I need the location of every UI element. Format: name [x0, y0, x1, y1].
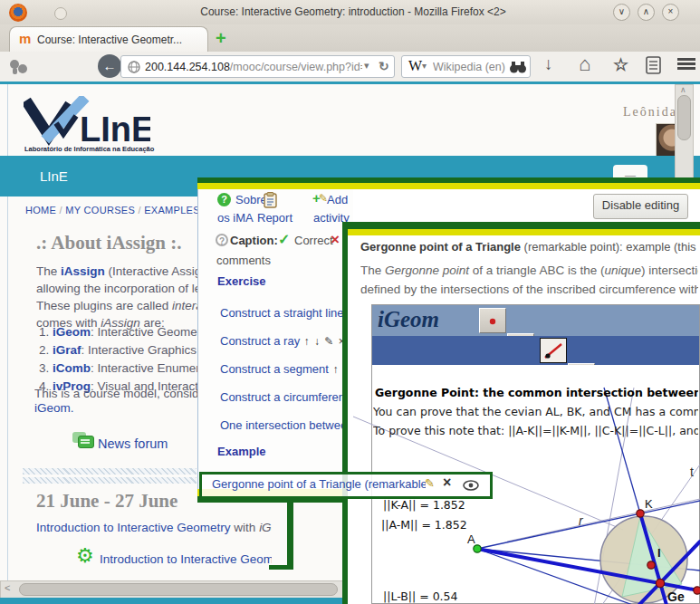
scrollbar-thumb[interactable] — [677, 95, 691, 140]
applet-toolbar-row2 — [372, 336, 699, 365]
close-icon: × — [668, 6, 674, 16]
label-A: A — [467, 532, 475, 546]
measurement-LB: ||L-B|| = 0.54 — [383, 590, 457, 603]
search-bar[interactable]: W ▾ Wikipedia (en) — [401, 55, 531, 78]
breadcrumb-home[interactable]: HOME — [25, 205, 56, 216]
gergonne-example-row[interactable]: Gergonne point of a Triangle (remarkable… — [199, 472, 493, 499]
search-engine-dropdown-icon[interactable]: ▾ — [422, 61, 427, 71]
menu-hamburger-icon[interactable] — [677, 56, 695, 72]
wrong-cross-icon: × — [331, 231, 340, 249]
logo-tagline: Laboratório de Informática na Educação — [24, 145, 178, 153]
horizontal-scrollbar[interactable]: < — [0, 580, 346, 599]
breadcrumb: HOME / MY COURSES / EXAMPLES / GI_ — [25, 205, 197, 216]
window-menu-icon[interactable] — [54, 7, 67, 20]
url-dropdown-icon[interactable]: ▾ — [364, 60, 369, 72]
bookmarks-sidebar-icon[interactable] — [646, 56, 661, 74]
list-item: 3. iComb: Interactive Enumerative — [39, 360, 220, 378]
tab-groups-icon[interactable] — [7, 57, 31, 77]
panel-top-border — [342, 222, 700, 229]
vertical-scrollbar[interactable]: ∧ — [675, 84, 694, 179]
home-icon[interactable]: ⌂ — [579, 53, 590, 76]
point-A[interactable] — [474, 545, 481, 552]
bookmark-star-icon[interactable]: ☆ — [613, 54, 628, 75]
url-host: 200.144.254.108 — [145, 61, 230, 73]
search-input[interactable]: Wikipedia (en) — [433, 61, 509, 73]
about-text: These plugins are called — [36, 299, 172, 312]
activity-preview-panel: Gergonne point of a Triangle (remarkable… — [342, 222, 700, 604]
applet-heading: Gergonne Point: the common intersection … — [375, 386, 698, 399]
igeom-link[interactable]: iGeom — [53, 325, 91, 339]
help-icon[interactable]: ? — [217, 193, 231, 206]
activity-title: Gergonne point of a Triangle (remarkable… — [360, 240, 698, 254]
reload-icon[interactable]: ↻ — [379, 59, 389, 73]
scrollbar-thumb[interactable] — [19, 583, 338, 596]
correct-check-icon: ✓ — [278, 231, 290, 248]
week-intro-link[interactable]: Introduction to Interactive Geometry — [36, 521, 231, 534]
breadcrumb-sep: / — [60, 205, 62, 216]
gergonne-example-link[interactable]: Gergonne point of a Triangle (remarkable… — [212, 477, 426, 491]
minimize-button[interactable]: ∨ — [613, 4, 630, 21]
url-bar[interactable]: 200.144.254.108/mooc/course/view.php?id=… — [120, 55, 395, 78]
igeom-logo: iGeom — [378, 307, 439, 332]
minimize-icon: ∨ — [618, 6, 625, 16]
site-identity-globe-icon[interactable] — [128, 61, 140, 73]
disable-editing-button[interactable]: Disable editing — [593, 194, 688, 219]
icomb-link[interactable]: iComb — [53, 361, 91, 375]
new-tab-button[interactable]: + — [216, 28, 226, 49]
add-activity-link[interactable]: Add — [327, 193, 348, 206]
downloads-icon[interactable]: ↓ — [544, 54, 553, 74]
question-glyph: ? — [221, 194, 227, 205]
close-button[interactable]: × — [662, 4, 679, 21]
report-link[interactable]: Report — [257, 211, 292, 225]
line-logo[interactable]: LInE — [24, 96, 150, 149]
igeom-link[interactable]: iGeom. — [34, 401, 216, 415]
tool-ray-selected-button[interactable] — [540, 338, 567, 363]
about-text: allowing the incorporation of learn — [36, 280, 217, 297]
scroll-up-arrow[interactable]: ∧ — [680, 85, 686, 94]
edit-pencil-icon[interactable]: ✎ — [425, 476, 435, 490]
list-item: 2. iGraf: Interactive Graphics and — [39, 341, 220, 360]
delete-cross-icon[interactable]: × — [443, 475, 451, 491]
nav-toolbar: ← 200.144.254.108/mooc/course/view.php?i… — [0, 52, 700, 82]
activity-paragraph-line2: defined by the intersections of the insc… — [360, 283, 698, 296]
maximize-icon: ∧ — [643, 6, 649, 16]
measurement-KA: ||K-A|| = 1.852 — [383, 498, 465, 512]
measurement-AM: ||A-M|| = 1.852 — [381, 518, 467, 532]
navbar-title[interactable]: LInE — [40, 168, 68, 184]
exercise-section-label: Exercise — [217, 274, 266, 288]
about-heading: .: About iAssign :. — [36, 232, 217, 254]
point-K[interactable] — [637, 510, 644, 517]
url-path: /mooc/course/view.php?id=9 — [230, 61, 362, 73]
tool-point-button[interactable] — [479, 308, 506, 333]
list-item: 1. iGeom: Interactive Geometry — [39, 323, 220, 341]
visibility-eye-icon[interactable] — [463, 480, 479, 491]
caption-help-icon[interactable]: ? — [216, 234, 228, 246]
report-icon[interactable] — [263, 192, 278, 208]
breadcrumb-examples[interactable]: EXAMPLES — [144, 205, 197, 216]
question-glyph: ? — [219, 236, 225, 246]
igeom-activity-gear-icon: ⚙ — [76, 544, 94, 568]
annotation-connector-vertical — [287, 501, 293, 570]
label-Ge: Ge — [667, 590, 685, 604]
igraf-link[interactable]: iGraf — [53, 343, 82, 357]
window-title: Course: Interactive Geometry: introducti… — [163, 5, 543, 18]
maximize-button[interactable]: ∧ — [638, 4, 655, 21]
iassign-link[interactable]: iAssign — [61, 264, 105, 278]
week-subtitle: Introduction to Interactive Geometry wit… — [36, 521, 272, 534]
about-list: 1. iGeom: Interactive Geometry 2. iGraf:… — [39, 323, 220, 396]
sobre-link-line2[interactable]: os iMA — [217, 211, 254, 225]
activity-title-rest: (remarkable point): example (this is NOT… — [521, 240, 698, 254]
item-action-icons[interactable]: ↑ ↓ ✎ × — [304, 335, 346, 348]
tab-active[interactable]: m Course: Interactive Geometr... — [9, 26, 208, 53]
point-L[interactable] — [694, 587, 700, 594]
point-I[interactable] — [647, 561, 655, 569]
activity-link[interactable]: Introduction to Interactive Geometry — [100, 552, 272, 566]
scroll-left-arrow[interactable]: < — [5, 582, 10, 593]
point-Ge[interactable] — [656, 579, 664, 587]
search-engine-icon[interactable]: W — [408, 58, 422, 74]
back-button[interactable]: ← — [98, 54, 121, 78]
breadcrumb-my-courses[interactable]: MY COURSES — [65, 205, 135, 216]
news-forum-link[interactable]: News forum — [98, 436, 197, 451]
editing-strip: Disable editing — [353, 189, 700, 222]
search-go-binoculars-icon[interactable] — [509, 61, 527, 74]
